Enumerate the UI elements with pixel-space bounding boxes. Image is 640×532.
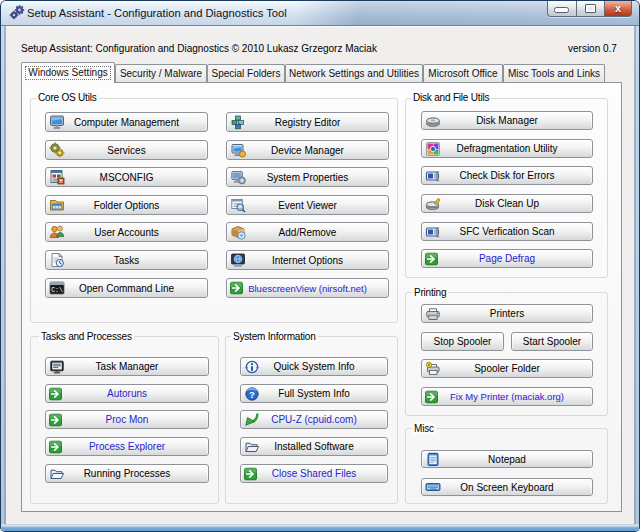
- svg-text:?: ?: [249, 388, 255, 399]
- svg-text:C:\: C:\: [51, 287, 63, 294]
